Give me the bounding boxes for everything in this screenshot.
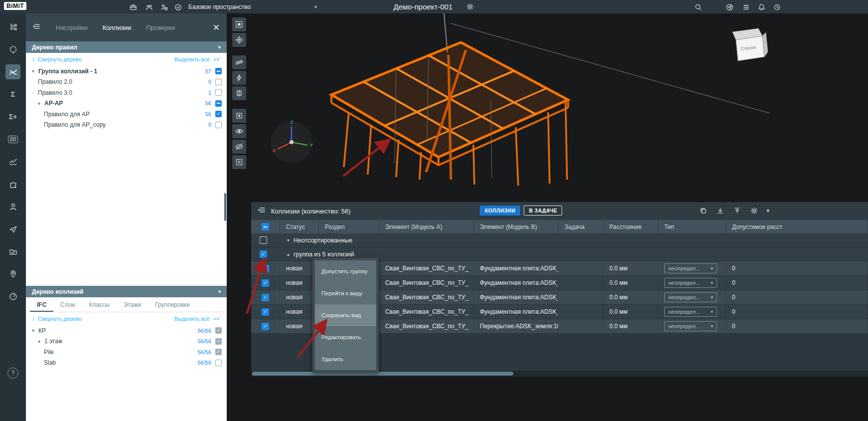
checkbox-unchecked[interactable] [215,89,222,96]
rules-tree-item[interactable]: Правило для АР_copy 0 [26,120,227,131]
collision-tree-item[interactable]: Pile 56/56 [26,347,227,358]
menu-item-save-view[interactable]: Сохранить вид [315,304,376,326]
collisions-toggle-button[interactable]: КОЛЛИЗИИ [480,206,520,215]
section-bolt-icon[interactable] [232,71,246,85]
collapse-panel-chevron-icon[interactable]: ▾ [766,208,769,214]
rules-tree-item[interactable]: Правило для АР 56 [26,109,227,120]
hide-eye-icon[interactable] [232,140,246,154]
checkbox-indeterminate[interactable] [215,100,222,107]
notifications-bell-icon[interactable] [757,2,766,11]
sum-add-icon[interactable]: Σ+ [5,109,20,124]
measure-icon[interactable] [232,55,246,69]
group-checkbox[interactable] [260,250,267,258]
type-dropdown[interactable]: неопредел...▾ [664,263,717,273]
column-task[interactable]: Задача [559,220,603,233]
row-checkbox[interactable] [262,308,269,316]
select-lasso-icon[interactable] [5,42,20,57]
group-row-unsorted[interactable]: ▾ Неотсортированные [251,233,868,247]
group-checkbox[interactable] [260,236,267,244]
caret-down-icon[interactable]: ▾ [38,339,44,344]
row-checkbox[interactable] [262,279,269,287]
tab-layers[interactable]: Слои [53,299,82,312]
focus-target-icon[interactable] [232,33,246,47]
panel-menu-icon[interactable] [33,22,41,32]
tab-groupings[interactable]: Группировки [148,299,197,312]
select-all-link[interactable]: Выделить всё [174,56,210,62]
table-menu-icon[interactable] [258,206,266,216]
rules-tree-header[interactable]: Дерево правил ▾ [26,41,227,53]
menu-item-edit[interactable]: Редактировать [315,326,376,348]
type-dropdown[interactable]: неопредел...▾ [664,278,717,288]
checkbox-unchecked[interactable] [215,360,222,366]
user-clock-icon[interactable] [159,2,168,11]
type-dropdown[interactable]: неопредел...▾ [664,292,717,302]
column-status[interactable]: Статус [280,220,319,233]
history-clock-icon[interactable] [772,2,781,11]
collision-tree-item[interactable]: ▾ 1 этаж 56/56 [26,336,227,347]
import-icon[interactable] [716,206,724,215]
row-checkbox[interactable] [262,323,269,330]
table-settings-gear-icon[interactable] [749,206,758,215]
charts-icon[interactable] [5,154,20,169]
project-settings-gear-icon[interactable] [465,2,474,11]
clip-planes-icon[interactable] [232,86,246,100]
frame-select-icon[interactable] [232,17,246,31]
select-all-link[interactable]: Выделить всё [174,316,210,322]
list-menu-icon[interactable] [741,2,750,11]
collision-tree-item[interactable]: Slab 56/56 [26,358,227,369]
users-icon[interactable] [5,199,20,214]
rules-tree-item[interactable]: ▾ АР-АР 56 [26,98,227,109]
column-section[interactable]: Раздел [319,220,379,233]
rules-tree-item[interactable]: ▾ Группа коллизий - 1 57 [26,66,227,77]
copy-icon[interactable] [699,206,708,215]
tab-classes[interactable]: Классы [82,299,117,312]
close-icon[interactable]: ✕ [213,23,220,32]
team-icon[interactable] [145,2,153,11]
collisions-tool-icon[interactable] [5,64,20,79]
collapse-tree-link[interactable]: Свернуть дерево [38,56,82,62]
show-eye-icon[interactable] [232,124,246,138]
panel-scrollbar[interactable] [224,193,226,221]
clear-selection-icon[interactable] [232,155,246,169]
tab-settings[interactable]: Настройки [56,24,88,31]
checkbox-unchecked[interactable] [215,79,222,85]
caret-down-icon[interactable]: ▾ [287,237,289,243]
publish-icon[interactable] [725,2,734,11]
rules-tree-item[interactable]: Правило 3.0 1 [26,87,227,98]
column-element-a[interactable]: Элемент (Модель А) [379,220,474,233]
2d-view-icon[interactable]: 2D [5,132,20,147]
sum-icon[interactable]: Σ [5,87,20,102]
caret-down-icon[interactable]: ▾ [32,328,38,333]
menu-item-delete[interactable]: Удалить [315,348,376,370]
column-allowed-distance[interactable]: Допустимое расст [726,220,868,233]
checkbox-indeterminate[interactable] [215,68,222,74]
isolate-box-icon[interactable] [232,109,246,123]
type-dropdown[interactable]: неопредел...▾ [664,307,717,317]
export-icon[interactable] [732,206,741,215]
type-dropdown[interactable]: неопредел...▾ [664,321,717,331]
caret-up-icon[interactable]: ▴ [287,251,289,257]
menu-item-go-to-view[interactable]: Перейти к виду [315,282,376,304]
plugins-puzzle-icon[interactable] [5,177,20,192]
dashboard-gauge-icon[interactable] [5,289,20,304]
contacts-pin-icon[interactable] [5,266,20,281]
checkbox-unchecked[interactable] [215,122,222,128]
tab-checks[interactable]: Проверки [146,24,175,31]
column-element-b[interactable]: Элемент (Модель B) [474,220,559,233]
select-all-checkbox[interactable] [262,223,269,230]
projects-folder-icon[interactable] [5,244,20,259]
in-task-toggle-button[interactable]: В ЗАДАЧЕ [524,206,562,215]
rules-tree-item[interactable]: Правило 2.0 0 [26,77,227,88]
check-circle-icon[interactable] [173,2,182,11]
row-checkbox[interactable] [262,294,269,301]
column-type[interactable]: Тип [658,220,726,233]
tab-ifc[interactable]: IFC [30,299,53,312]
row-checkbox[interactable] [262,265,269,272]
model-tree-icon[interactable] [5,19,20,34]
checkbox-checked[interactable] [215,111,222,117]
scrollbar-thumb[interactable] [252,372,513,376]
collapse-tree-link[interactable]: Свернуть дерево [38,316,82,322]
search-icon[interactable] [694,2,703,11]
checkbox-checked[interactable] [215,327,222,334]
workspace-selector[interactable]: Базовое пространство ▾ [188,0,317,13]
